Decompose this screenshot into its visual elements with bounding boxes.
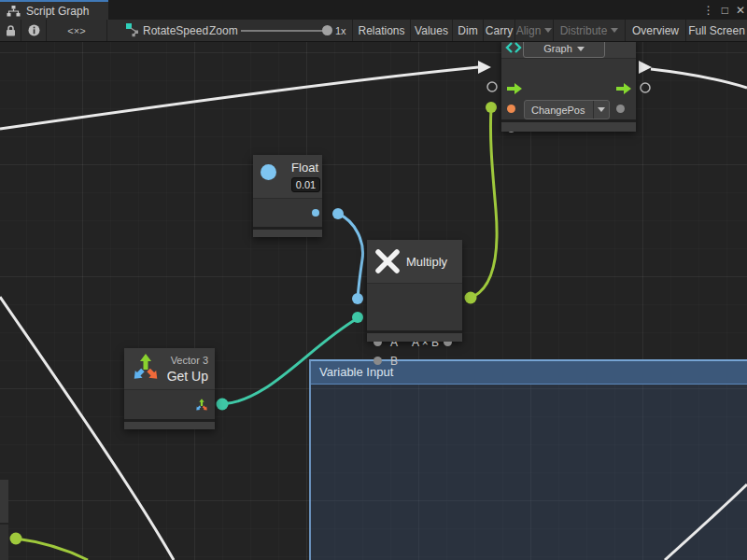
- node-vector-footer: [124, 422, 215, 429]
- toolbar-button-align[interactable]: Align: [515, 20, 554, 41]
- port-multiply-b[interactable]: [374, 357, 382, 365]
- script-graph-icon: [505, 41, 522, 54]
- toolbar-button-relations[interactable]: Relations: [353, 20, 411, 41]
- node-float[interactable]: Float 0.01: [253, 155, 322, 237]
- button-label: Full Screen: [688, 24, 745, 37]
- node-multiply-title: Multiply: [406, 255, 447, 269]
- node-vector-type-label: Vector 3: [171, 355, 208, 366]
- button-label: Values: [415, 24, 448, 37]
- graph-toolbar: <×> RotateSpeed Zoom 1x Relations Values…: [0, 20, 747, 42]
- code-view-button[interactable]: <×>: [47, 20, 107, 41]
- node-event[interactable]: Graph ChangePos: [501, 37, 636, 132]
- chevron-down-icon: [598, 107, 605, 112]
- node-float-footer: [253, 230, 322, 237]
- port-value-output[interactable]: [616, 105, 625, 113]
- graph-breadcrumb-label: Graph: [543, 43, 572, 54]
- node-multiply[interactable]: Multiply A A × B B: [367, 240, 462, 342]
- float-type-icon: [261, 164, 276, 180]
- tab-script-graph[interactable]: Script Graph: [0, 0, 108, 20]
- port-variable-input[interactable]: [507, 105, 515, 113]
- port-vector3-output-icon[interactable]: [195, 398, 208, 413]
- button-label: Overview: [632, 24, 679, 37]
- zoom-slider-track[interactable]: [241, 30, 331, 32]
- offscreen-node-fragment[interactable]: [0, 480, 8, 523]
- toolbar-button-overview[interactable]: Overview: [626, 20, 686, 41]
- chevron-down-icon: [611, 28, 618, 33]
- graph-hierarchy-icon: [7, 6, 21, 17]
- window-close-icon[interactable]: ✕: [736, 4, 745, 17]
- lock-icon: [6, 25, 16, 36]
- button-label: Distribute: [560, 24, 608, 37]
- graph-reference-icon: [126, 23, 140, 37]
- float-value-field[interactable]: 0.01: [291, 177, 320, 192]
- button-label: Dim: [458, 24, 477, 37]
- offscreen-node-fragment-footer[interactable]: [0, 525, 8, 560]
- node-float-title: Float: [291, 161, 318, 175]
- zoom-label: Zoom: [209, 20, 238, 41]
- code-icon: <×>: [67, 25, 85, 36]
- variable-dropdown[interactable]: ChangePos: [524, 100, 610, 119]
- flow-input-arrow-icon[interactable]: [507, 83, 522, 94]
- info-icon: [28, 24, 40, 36]
- zoom-value: 1x: [335, 20, 346, 41]
- port-float-output[interactable]: [312, 209, 319, 217]
- window-maximize-icon[interactable]: □: [722, 4, 728, 17]
- chevron-down-icon: [577, 47, 585, 51]
- port-multiply-b-label: B: [390, 355, 398, 368]
- graph-breadcrumb[interactable]: Graph: [523, 39, 605, 58]
- toolbar-button-carry[interactable]: Carry: [484, 20, 515, 41]
- button-label: Align: [516, 24, 542, 37]
- vector3-icon: [132, 352, 160, 385]
- node-vector-title: Get Up: [167, 369, 208, 384]
- button-label: Relations: [358, 24, 404, 37]
- info-button[interactable]: [21, 20, 47, 41]
- flow-output-arrow-icon[interactable]: [616, 83, 631, 94]
- node-vector-get-up[interactable]: Vector 3 Get Up: [124, 348, 215, 429]
- graph-name-label[interactable]: RotateSpeed: [143, 20, 208, 41]
- node-multiply-footer: [367, 333, 462, 342]
- window-menu-icon[interactable]: ⋮: [703, 4, 714, 17]
- toolbar-button-full-screen[interactable]: Full Screen: [686, 20, 747, 41]
- multiply-icon: [374, 248, 401, 274]
- toolbar-button-dim[interactable]: Dim: [453, 20, 484, 41]
- variable-dropdown-value: ChangePos: [525, 101, 594, 119]
- toolbar-button-values[interactable]: Values: [411, 20, 453, 41]
- toolbar-button-distribute[interactable]: Distribute: [554, 20, 626, 41]
- tab-title: Script Graph: [26, 5, 89, 18]
- lock-button[interactable]: [0, 20, 21, 41]
- zoom-slider-handle[interactable]: [322, 25, 332, 35]
- node-event-footer: [501, 122, 636, 132]
- tab-bar: Script Graph ⋮ □ ✕: [0, 0, 747, 20]
- group-panel-variable-input[interactable]: Variable Input: [309, 359, 747, 560]
- button-label: Carry: [486, 24, 513, 37]
- chevron-down-icon: [544, 28, 552, 33]
